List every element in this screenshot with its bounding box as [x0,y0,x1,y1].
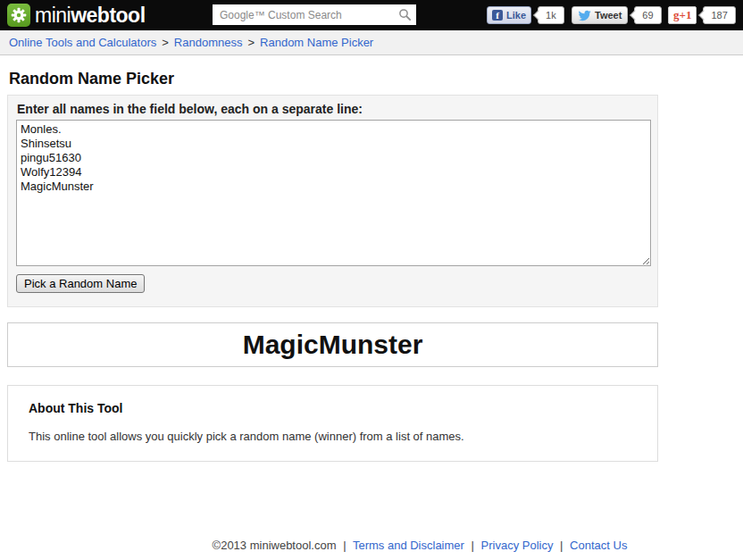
breadcrumb-separator: > [247,36,255,49]
gplus-button[interactable]: g+1 [668,6,697,24]
breadcrumb-link-randomness[interactable]: Randomness [174,36,243,49]
pick-random-name-button[interactable]: Pick a Random Name [16,274,145,293]
gear-icon [7,4,30,27]
footer-link-terms[interactable]: Terms and Disclaimer [353,539,464,552]
site-header: miniwebtool f Like 1k Tweet [0,0,743,30]
gplus-count: 187 [703,6,735,24]
logo-text-suffix: webtool [71,4,145,27]
tweet-widget: Tweet 69 [572,6,662,24]
footer-link-privacy[interactable]: Privacy Policy [481,539,554,552]
search-icon[interactable] [398,8,412,21]
logo-text-prefix: mini [35,4,71,27]
custom-search-box [213,4,416,25]
footer-separator: | [343,539,346,552]
breadcrumb-link-home[interactable]: Online Tools and Calculators [9,36,156,49]
tweet-count: 69 [634,6,661,24]
name-picker-form: Enter all names in the field below, each… [7,95,658,307]
facebook-like-label: Like [506,10,526,21]
breadcrumb: Online Tools and Calculators > Randomnes… [0,30,743,55]
gplus-icon: g+1 [673,8,691,22]
result-box: MagicMunster [7,322,658,367]
copyright-text: ©2013 miniwebtool.com [213,539,337,552]
facebook-like-widget: f Like 1k [487,6,564,24]
logo-text: miniwebtool [35,4,146,27]
twitter-bird-icon [578,9,591,22]
page-title: Random Name Picker [9,70,656,88]
footer-link-contact[interactable]: Contact Us [570,539,627,552]
about-text: This online tool allows you quickly pick… [29,430,637,443]
names-field-label: Enter all names in the field below, each… [16,100,649,120]
footer-separator: | [472,539,474,552]
tweet-button[interactable]: Tweet [572,6,628,24]
facebook-like-count: 1k [538,6,564,24]
site-footer: ©2013 miniwebtool.com | Terms and Discla… [0,539,743,552]
footer-separator: | [560,539,563,552]
about-section: About This Tool This online tool allows … [7,385,658,462]
breadcrumb-separator: > [162,36,169,49]
tweet-label: Tweet [595,10,622,21]
search-input[interactable] [213,4,416,25]
breadcrumb-link-current[interactable]: Random Name Picker [260,36,373,49]
about-heading: About This Tool [29,401,637,415]
facebook-icon: f [492,10,503,21]
main-content: Random Name Picker Enter all names in th… [7,70,658,462]
names-textarea[interactable]: Monles. Shinsetsu pingu51630 Wolfy12394 … [16,120,651,266]
facebook-like-button[interactable]: f Like [487,6,531,24]
winner-name: MagicMunster [243,330,423,360]
gplus-widget: g+1 187 [668,6,736,24]
site-logo[interactable]: miniwebtool [7,4,146,27]
